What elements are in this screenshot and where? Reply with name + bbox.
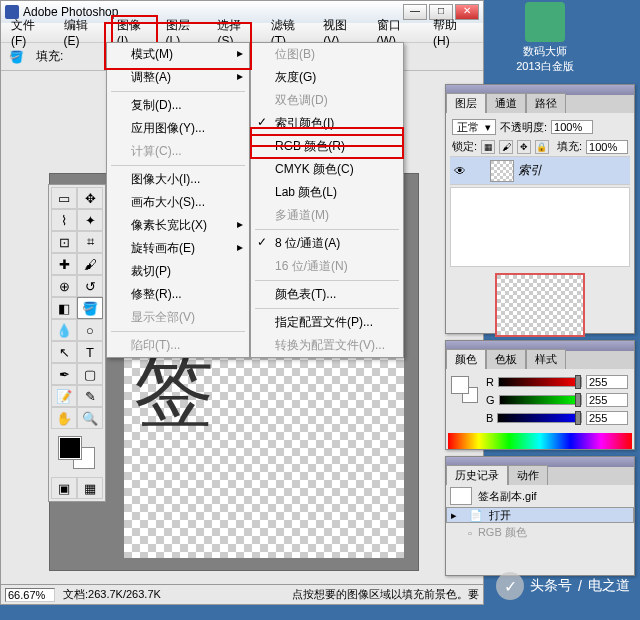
tab-swatches[interactable]: 色板 [486, 349, 526, 369]
layer-row[interactable]: 👁 索引 [450, 157, 630, 185]
r-input[interactable]: 255 [586, 375, 628, 389]
history-brush-tool[interactable]: ↺ [77, 275, 103, 297]
status-hint: 点按想要的图像区域以填充前景色。要 [292, 587, 479, 602]
mode-menu-item[interactable]: 指定配置文件(P)... [251, 311, 403, 334]
r-slider[interactable] [498, 377, 582, 387]
screen-mode-std[interactable]: ▣ [51, 477, 77, 499]
menu-item[interactable]: 应用图像(Y)... [107, 117, 249, 140]
menu-item[interactable]: 复制(D)... [107, 94, 249, 117]
tab-styles[interactable]: 样式 [526, 349, 566, 369]
zoom-tool[interactable]: 🔍 [77, 407, 103, 429]
tab-color[interactable]: 颜色 [446, 349, 486, 369]
menubar: 文件(F) 编辑(E) 图像(I) 图层(L) 选择(S) 滤镜(T) 视图(V… [1, 23, 483, 43]
watermark-name: 电之道 [588, 577, 630, 595]
lasso-tool[interactable]: ⌇ [51, 209, 77, 231]
doc-size-label: 文档:263.7K/263.7K [63, 587, 161, 602]
snapshot-name: 签名副本.gif [478, 489, 537, 504]
notes-tool[interactable]: 📝 [51, 385, 77, 407]
bucket-icon: 🪣 [9, 50, 24, 64]
shape-tool[interactable]: ▢ [77, 363, 103, 385]
b-input[interactable]: 255 [586, 411, 628, 425]
layer-name[interactable]: 索引 [518, 162, 542, 179]
mode-menu-item[interactable]: 颜色表(T)... [251, 283, 403, 306]
slice-tool[interactable]: ⌗ [77, 231, 103, 253]
mode-menu-item: 16 位/通道(N) [251, 255, 403, 278]
image-menu-dropdown: 模式(M)调整(A)复制(D)...应用图像(Y)...计算(C)...图像大小… [106, 42, 250, 358]
zoom-input[interactable]: 66.67% [5, 588, 55, 602]
menu-help[interactable]: 帮助(H) [427, 15, 479, 50]
marquee-tool[interactable]: ▭ [51, 187, 77, 209]
brush-tool[interactable]: 🖌 [77, 253, 103, 275]
lock-paint-icon[interactable]: 🖌 [499, 140, 513, 154]
mode-icon: ▫ [468, 527, 472, 539]
fg-color-swatch[interactable] [452, 377, 468, 393]
menu-item[interactable]: 调整(A) [107, 66, 249, 89]
blend-mode-select[interactable]: 正常▾ [452, 119, 496, 135]
status-bar: 66.67% 文档:263.7K/263.7K 点按想要的图像区域以填充前景色。… [1, 584, 483, 604]
wand-tool[interactable]: ✦ [77, 209, 103, 231]
menu-item[interactable]: 旋转画布(E) [107, 237, 249, 260]
pen-tool[interactable]: ✒ [51, 363, 77, 385]
tab-paths[interactable]: 路径 [526, 93, 566, 113]
navigator-thumbnail[interactable] [495, 273, 585, 337]
blur-tool[interactable]: 💧 [51, 319, 77, 341]
desktop-shortcut[interactable]: 数码大师 2013白金版 [510, 2, 580, 74]
screen-mode-full[interactable]: ▦ [77, 477, 103, 499]
crop-tool[interactable]: ⊡ [51, 231, 77, 253]
wechat-icon: ✓ [496, 572, 524, 600]
hand-tool[interactable]: ✋ [51, 407, 77, 429]
healing-tool[interactable]: ✚ [51, 253, 77, 275]
mode-menu-item[interactable]: 灰度(G) [251, 66, 403, 89]
tab-channels[interactable]: 通道 [486, 93, 526, 113]
app-icon [525, 2, 565, 42]
layer-thumbnail[interactable] [490, 160, 514, 182]
stamp-tool[interactable]: ⊕ [51, 275, 77, 297]
lock-transparency-icon[interactable]: ▦ [481, 140, 495, 154]
eyedropper-tool[interactable]: ✎ [77, 385, 103, 407]
menu-item[interactable]: 修整(R)... [107, 283, 249, 306]
visibility-icon[interactable]: 👁 [450, 164, 470, 178]
history-step-rgb[interactable]: ▫ RGB 颜色 [446, 523, 634, 542]
mode-menu-item[interactable]: CMYK 颜色(C) [251, 158, 403, 181]
bucket-tool[interactable]: 🪣 [77, 297, 103, 319]
b-slider[interactable] [497, 413, 582, 423]
g-input[interactable]: 255 [586, 393, 628, 407]
fill-input[interactable]: 100% [586, 140, 628, 154]
menu-item[interactable]: 裁切(P) [107, 260, 249, 283]
type-tool[interactable]: T [77, 341, 103, 363]
mode-menu-item[interactable]: RGB 颜色(R) [251, 135, 403, 158]
mode-menu-item: 多通道(M) [251, 204, 403, 227]
tab-actions[interactable]: 动作 [508, 465, 548, 485]
menu-edit[interactable]: 编辑(E) [58, 15, 109, 50]
spectrum-picker[interactable] [448, 433, 632, 449]
history-snapshot[interactable]: 签名副本.gif [446, 485, 634, 507]
menu-item[interactable]: 模式(M) [107, 43, 249, 66]
lock-move-icon[interactable]: ✥ [517, 140, 531, 154]
mode-menu-item[interactable]: 8 位/通道(A) [251, 232, 403, 255]
b-label: B [486, 412, 493, 424]
opacity-input[interactable]: 100% [551, 120, 593, 134]
dodge-tool[interactable]: ○ [77, 319, 103, 341]
mode-menu-item[interactable]: 索引颜色(I) [251, 112, 403, 135]
path-tool[interactable]: ↖ [51, 341, 77, 363]
foreground-color[interactable] [59, 437, 81, 459]
tab-layers[interactable]: 图层 [446, 93, 486, 113]
layers-empty-area [450, 187, 630, 267]
g-slider[interactable] [499, 395, 582, 405]
eraser-tool[interactable]: ◧ [51, 297, 77, 319]
fill-label: 填充: [557, 139, 582, 154]
lock-all-icon[interactable]: 🔒 [535, 140, 549, 154]
mode-menu-item[interactable]: Lab 颜色(L) [251, 181, 403, 204]
tab-history[interactable]: 历史记录 [446, 465, 508, 485]
move-tool[interactable]: ✥ [77, 187, 103, 209]
history-panel: 历史记录 动作 签名副本.gif ▸ 📄 打开 ▫ RGB 颜色 [445, 456, 635, 576]
mode-menu-item: 双色调(D) [251, 89, 403, 112]
menu-item[interactable]: 像素长宽比(X) [107, 214, 249, 237]
menu-item[interactable]: 画布大小(S)... [107, 191, 249, 214]
r-label: R [486, 376, 494, 388]
color-swatches[interactable] [57, 435, 97, 471]
menu-item[interactable]: 图像大小(I)... [107, 168, 249, 191]
history-step-open[interactable]: ▸ 📄 打开 [446, 507, 634, 523]
menu-file[interactable]: 文件(F) [5, 15, 56, 50]
canvas[interactable]: 签 [124, 328, 404, 558]
